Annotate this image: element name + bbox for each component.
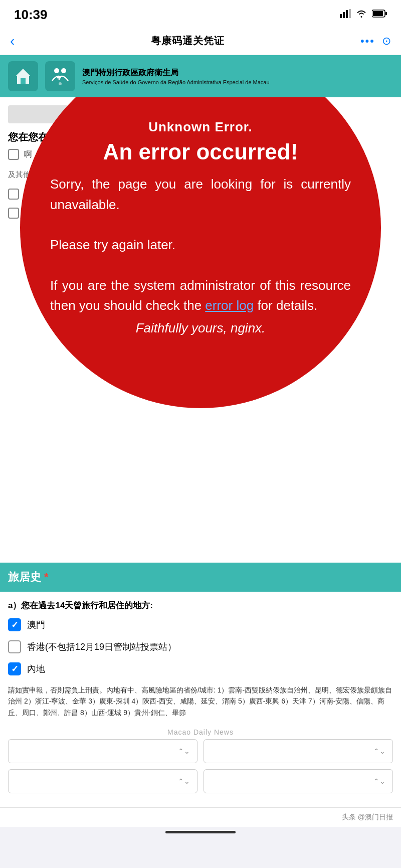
home-indicator — [165, 831, 236, 833]
back-button[interactable]: ‹ — [10, 33, 15, 49]
bottom-attrib: 头条 @澳门日报 — [342, 813, 393, 822]
svg-rect-0 — [340, 14, 342, 18]
dropdown-2b[interactable]: ⌃⌄ — [204, 769, 393, 793]
option-macao: ✓ 澳門 — [8, 618, 393, 631]
dropdown-row-1: ⌃⌄ ⌃⌄ — [8, 739, 393, 763]
section-header-travel: 旅居史 * — [0, 563, 401, 592]
subsection-label: a）您在過去14天曾旅行和居住的地方: — [8, 600, 393, 611]
checkbox-no[interactable] — [8, 189, 19, 200]
bottom-bar: 头条 @澳门日报 — [0, 807, 401, 827]
error-title-small: Unknown Error. — [148, 119, 253, 135]
dropdown-1a-arrow: ⌃⌄ — [178, 747, 190, 755]
checkbox-macao[interactable]: ✓ — [8, 618, 21, 631]
dropdown-1a[interactable]: ⌃⌄ — [8, 739, 197, 763]
checkmark-macao: ✓ — [11, 619, 19, 630]
svg-rect-8 — [21, 78, 26, 84]
signal-icon — [340, 9, 351, 21]
dropdown-1b[interactable]: ⌃⌄ — [204, 739, 393, 763]
status-bar: 10:39 — [0, 0, 401, 27]
svg-point-11 — [59, 82, 62, 85]
error-line2: Please try again later. — [50, 237, 175, 252]
dropdown-2a-arrow: ⌃⌄ — [178, 777, 190, 785]
error-title-large: An error occurred! — [103, 139, 298, 165]
svg-point-9 — [54, 68, 59, 73]
notice-text: 請如實申報，否則需負上刑責。內地有中、高風險地區的省份/城市: 1）雲南-西雙版… — [8, 684, 393, 718]
org-name-zh: 澳門特別行政區政府衛生局 — [82, 68, 270, 78]
error-sign: Faithfully yours, nginx. — [136, 320, 266, 336]
header-banner: 澳門特別行政區政府衛生局 Serviços de Saúde do Govern… — [0, 55, 401, 97]
nav-bar: ‹ 粤康码通关凭证 ••• ⊙ — [0, 27, 401, 55]
svg-rect-2 — [346, 10, 348, 18]
error-line1: Sorry, the page you are looking for is c… — [50, 177, 351, 212]
error-line3b: for details. — [254, 298, 317, 313]
dropdown-2a[interactable]: ⌃⌄ — [8, 769, 197, 793]
nav-right-buttons: ••• ⊙ — [360, 35, 391, 48]
required-star: * — [44, 571, 49, 584]
svg-rect-6 — [385, 12, 387, 15]
scan-button[interactable]: ⊙ — [382, 35, 391, 48]
checkbox-mainland[interactable]: ✓ — [8, 662, 21, 675]
watermark: Macao Daily News — [8, 725, 393, 739]
error-body: Sorry, the page you are looking for is c… — [50, 174, 351, 315]
checkbox-hk[interactable] — [8, 640, 21, 653]
checkbox-bg-1[interactable] — [8, 149, 19, 160]
dropdown-2b-arrow: ⌃⌄ — [373, 777, 385, 785]
org-name-pt: Serviços de Saúde do Governo da Região A… — [82, 79, 270, 85]
travel-form-section: 旅居史 * a）您在過去14天曾旅行和居住的地方: ✓ 澳門 香港(不包括12月… — [0, 563, 401, 807]
svg-rect-1 — [343, 12, 345, 18]
option-macao-label: 澳門 — [27, 619, 45, 631]
option-hk: 香港(不包括12月19日管制站投票站） — [8, 640, 393, 653]
option-mainland: ✓ 內地 — [8, 662, 393, 675]
option-hk-label: 香港(不包括12月19日管制站投票站） — [27, 641, 176, 653]
battery-icon — [372, 10, 387, 20]
status-icons — [340, 9, 387, 21]
option-mainland-label: 內地 — [27, 663, 45, 675]
error-log-link[interactable]: error log — [205, 298, 254, 313]
nav-title: 粤康码通关凭证 — [151, 34, 225, 48]
main-content: 您在您在 啊 及其他呼吸道症 否 沒有以上症狀 Unknown Error. A… — [0, 97, 401, 827]
section-title: 旅居史 — [8, 570, 41, 585]
error-overlay: Unknown Error. An error occurred! Sorry,… — [20, 97, 381, 408]
header-text: 澳門特別行政區政府衛生局 Serviços de Saúde do Govern… — [82, 68, 270, 85]
org-logo — [8, 61, 38, 91]
status-time: 10:39 — [14, 7, 48, 23]
checkbox-bg-label-1: 啊 — [24, 149, 32, 160]
org-logo-2 — [45, 61, 75, 91]
svg-rect-3 — [349, 9, 351, 18]
wifi-icon — [356, 9, 367, 20]
svg-rect-5 — [373, 11, 383, 16]
checkmark-mainland: ✓ — [11, 663, 19, 674]
more-button[interactable]: ••• — [360, 35, 375, 48]
svg-point-10 — [61, 68, 66, 73]
checkbox-na[interactable] — [8, 208, 19, 219]
dropdown-row-2: ⌃⌄ ⌃⌄ — [8, 769, 393, 793]
dropdown-1b-arrow: ⌃⌄ — [373, 747, 385, 755]
